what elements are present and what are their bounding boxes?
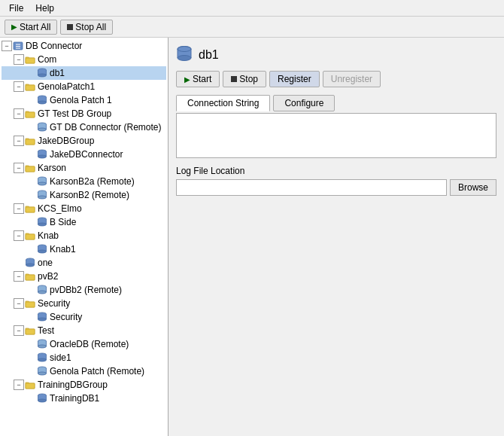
- menu-help[interactable]: Help: [29, 2, 60, 15]
- tree-label: Karson: [38, 163, 66, 173]
- tree-row[interactable]: − GT Test DB Group: [2, 107, 166, 120]
- tree-row[interactable]: one: [2, 256, 166, 270]
- tree-icon-db: [36, 311, 48, 323]
- tree-icon-group: [24, 270, 36, 282]
- tree-expander[interactable]: −: [2, 41, 12, 51]
- svg-point-65: [38, 318, 47, 321]
- tree-row[interactable]: − Test: [2, 324, 166, 337]
- svg-rect-62: [26, 302, 35, 307]
- tree-label: KCS_Elmo: [38, 203, 82, 214]
- svg-point-59: [38, 291, 47, 294]
- tab-connection-string[interactable]: Connection String: [176, 95, 270, 111]
- configure-button[interactable]: Configure: [273, 95, 335, 111]
- play-icon: ▶: [11, 23, 17, 31]
- tree-icon-group: [24, 379, 36, 391]
- tree-row[interactable]: − KCS_Elmo: [2, 202, 166, 215]
- stop-icon: [231, 76, 237, 82]
- tree-expander[interactable]: −: [14, 203, 24, 214]
- tree-row[interactable]: OracleDB (Remote): [2, 337, 166, 351]
- tree-icon-leaf: [24, 257, 36, 269]
- unregister-button[interactable]: Unregister: [323, 71, 381, 87]
- tree-label: Knab1: [50, 244, 76, 255]
- svg-point-48: [38, 250, 47, 253]
- log-file-location-label: Log File Location: [176, 166, 496, 176]
- tree-expander[interactable]: −: [14, 325, 24, 336]
- tree-label: Genola Patch 1: [50, 95, 112, 105]
- tree-row[interactable]: − pvB2: [2, 270, 166, 283]
- svg-point-25: [38, 155, 47, 158]
- tree-icon-db: [36, 148, 48, 160]
- tree-label: Test: [38, 325, 54, 336]
- log-file-input[interactable]: [176, 179, 447, 196]
- tree-expander[interactable]: −: [14, 136, 24, 146]
- detail-db-icon: [176, 45, 193, 65]
- tree-icon-db: [36, 243, 48, 255]
- tree-expander[interactable]: −: [14, 230, 24, 241]
- stop-all-button[interactable]: Stop All: [60, 20, 113, 35]
- tree-label: JakeDBGroup: [38, 136, 94, 146]
- tree-icon-group: [24, 81, 36, 93]
- tree-row[interactable]: GT DB Connector (Remote): [2, 120, 166, 134]
- tree-expander[interactable]: −: [14, 54, 24, 65]
- tree-row[interactable]: Genola Patch 1: [2, 93, 166, 107]
- tree-row[interactable]: − JakeDBGroup: [2, 134, 166, 148]
- tree-row[interactable]: db1: [2, 66, 166, 80]
- start-label: Start: [193, 74, 211, 84]
- svg-rect-16: [26, 112, 35, 117]
- tree-row[interactable]: − Security: [2, 297, 166, 310]
- register-button[interactable]: Register: [269, 71, 320, 87]
- svg-rect-4: [26, 58, 35, 63]
- tree-expander[interactable]: −: [14, 108, 24, 119]
- svg-point-71: [38, 345, 47, 348]
- detail-title: db1: [176, 45, 496, 65]
- tree-expander[interactable]: −: [14, 271, 24, 282]
- tree-row[interactable]: − Karson: [2, 161, 166, 175]
- unregister-label: Unregister: [331, 74, 372, 84]
- start-button[interactable]: ▶ Start: [176, 71, 220, 87]
- tree-row[interactable]: Security: [2, 310, 166, 324]
- tree-row[interactable]: − DB Connector: [2, 39, 166, 53]
- tree-row[interactable]: − Knab: [2, 229, 166, 242]
- svg-point-42: [38, 223, 47, 226]
- connection-string-input[interactable]: [178, 115, 494, 156]
- svg-rect-84: [26, 383, 35, 389]
- tree-icon-group: [24, 325, 36, 337]
- tree-icon-group: [24, 135, 36, 147]
- tree-expander[interactable]: −: [14, 163, 24, 173]
- tree-row[interactable]: JakeDBConnector: [2, 148, 166, 161]
- tree-panel: − DB Connector− Com db1− GenolaPatch1 Ge…: [0, 38, 169, 436]
- svg-point-31: [38, 182, 47, 185]
- start-all-button[interactable]: ▶ Start All: [5, 20, 57, 35]
- menu-file[interactable]: File: [3, 2, 29, 15]
- tree-expander[interactable]: −: [14, 380, 24, 390]
- tree-row[interactable]: − TrainingDBGroup: [2, 378, 166, 392]
- tree-row[interactable]: TrainingDB1: [2, 392, 166, 405]
- tree-row[interactable]: side1: [2, 351, 166, 364]
- tree-row[interactable]: − Com: [2, 53, 166, 66]
- browse-button[interactable]: Browse: [450, 179, 496, 196]
- tree-row[interactable]: KarsonB2a (Remote): [2, 175, 166, 188]
- tree-row[interactable]: KarsonB2 (Remote): [2, 188, 166, 202]
- tree-expander[interactable]: −: [14, 298, 24, 309]
- tree-label: KarsonB2a (Remote): [50, 176, 135, 187]
- log-row: Browse: [176, 179, 496, 196]
- tree-icon-group: [24, 230, 36, 242]
- tree-icon-db-remote: [36, 338, 48, 350]
- tree-icon-db: [36, 216, 48, 228]
- tree-icon-group: [24, 297, 36, 309]
- stop-button[interactable]: Stop: [223, 71, 266, 87]
- tree-row[interactable]: − GenolaPatch1: [2, 80, 166, 93]
- tree-icon-db-remote: [36, 365, 48, 377]
- tree-icon-root: [12, 40, 24, 52]
- svg-point-36: [38, 196, 47, 199]
- tree-label: GenolaPatch1: [38, 81, 95, 92]
- tree-row[interactable]: Knab1: [2, 242, 166, 256]
- tree-expander[interactable]: −: [14, 81, 24, 92]
- tree-label: pvB2: [38, 271, 58, 282]
- tree-row[interactable]: pvDBb2 (Remote): [2, 283, 166, 297]
- tree-label: DB Connector: [26, 41, 82, 51]
- tree-row[interactable]: B Side: [2, 215, 166, 229]
- tree-row[interactable]: Genola Patch (Remote): [2, 364, 166, 378]
- tree-label: Com: [38, 54, 56, 65]
- detail-panel: db1 ▶ Start Stop Register Unregister Con…: [169, 38, 504, 436]
